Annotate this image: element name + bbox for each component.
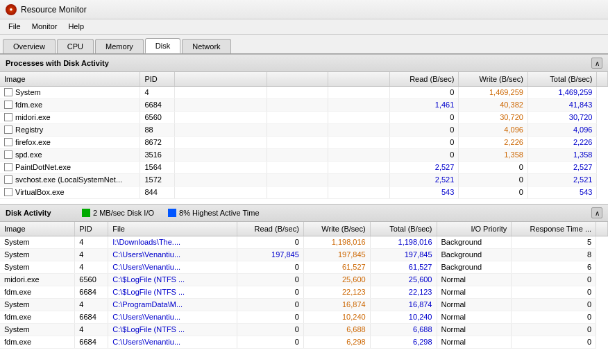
proc-total: 543 — [527, 186, 597, 198]
proc-checkbox[interactable] — [4, 101, 12, 109]
processes-row[interactable]: PaintDotNet.exe 1564 2,527 0 2,527 — [0, 161, 608, 173]
proc-checkbox[interactable] — [4, 88, 12, 96]
da-response: 0 — [512, 273, 596, 286]
tab-overview[interactable]: Overview — [3, 39, 56, 53]
tab-disk[interactable]: Disk — [145, 38, 180, 53]
col-da-file[interactable]: File — [108, 222, 237, 236]
proc-c1 — [175, 148, 267, 161]
proc-read: 0 — [389, 136, 459, 148]
disk-activity-row[interactable]: midori.exe 6560 C:\$LogFile (NTFS ... 0 … — [0, 273, 608, 286]
menu-monitor[interactable]: Monitor — [26, 21, 63, 33]
proc-checkbox[interactable] — [4, 175, 12, 184]
da-response: 0 — [512, 298, 596, 311]
disk-activity-row[interactable]: fdm.exe 6684 C:\$LogFile (NTFS ... 0 22,… — [0, 286, 608, 298]
da-total: 22,123 — [370, 286, 437, 298]
da-response: 0 — [512, 336, 596, 348]
col-da-total[interactable]: Total (B/sec) — [370, 222, 437, 236]
da-image: midori.exe — [0, 273, 75, 286]
col-total[interactable]: Total (B/sec) — [527, 72, 597, 86]
proc-checkbox[interactable] — [4, 113, 12, 121]
da-pid: 6684 — [75, 336, 108, 348]
proc-pid: 8672 — [140, 136, 175, 148]
da-read: 0 — [237, 261, 303, 273]
da-pid: 6684 — [75, 286, 108, 298]
proc-checkbox[interactable] — [4, 163, 12, 171]
proc-c1 — [175, 136, 267, 148]
proc-checkbox[interactable] — [4, 150, 12, 159]
processes-row[interactable]: spd.exe 3516 0 1,358 1,358 — [0, 148, 608, 161]
proc-c1 — [175, 186, 267, 198]
da-priority: Normal — [437, 323, 512, 336]
disk-io-badge: 2 MB/sec Disk I/O — [82, 209, 154, 217]
disk-activity-row[interactable]: System 4 C:\ProgramData\M... 0 16,874 16… — [0, 298, 608, 311]
col-da-priority[interactable]: I/O Priority — [437, 222, 512, 236]
proc-image-name: midori.exe — [15, 113, 51, 121]
col-write[interactable]: Write (B/sec) — [459, 72, 528, 86]
main-content: Processes with Disk Activity ∧ Image PID… — [0, 54, 608, 364]
disk-activity-row[interactable]: fdm.exe 6684 C:\Users\Venantiu... 0 10,2… — [0, 311, 608, 323]
col-da-pid[interactable]: PID — [75, 222, 108, 236]
proc-image-name: VirtualBox.exe — [15, 188, 65, 196]
processes-row[interactable]: svchost.exe (LocalSystemNet... 1572 2,52… — [0, 173, 608, 186]
disk-activity-row[interactable]: System 4 C:\$LogFile (NTFS ... 0 6,688 6… — [0, 323, 608, 336]
da-priority: Normal — [437, 311, 512, 323]
proc-checkbox[interactable] — [4, 138, 12, 146]
col-spacer2 — [267, 72, 328, 86]
disk-activity-header: Disk Activity 2 MB/sec Disk I/O 8% Highe… — [0, 204, 608, 222]
processes-row[interactable]: firefox.exe 8672 0 2,226 2,226 — [0, 136, 608, 148]
col-image[interactable]: Image — [0, 72, 140, 86]
proc-image: fdm.exe — [0, 98, 140, 111]
proc-c1 — [175, 173, 267, 186]
da-response: 6 — [512, 261, 596, 273]
proc-pid: 1572 — [140, 173, 175, 186]
col-da-response[interactable]: Response Time ... — [512, 222, 596, 236]
menu-help[interactable]: Help — [62, 21, 90, 33]
col-da-image[interactable]: Image — [0, 222, 75, 236]
menu-bar: File Monitor Help — [0, 19, 608, 35]
proc-total: 2,521 — [527, 173, 597, 186]
col-da-write[interactable]: Write (B/sec) — [303, 222, 370, 236]
da-file: C:\Users\Venantiu... — [108, 261, 237, 273]
active-time-color — [168, 209, 176, 217]
col-da-read[interactable]: Read (B/sec) — [237, 222, 303, 236]
da-write: 10,240 — [303, 311, 370, 323]
disk-activity-row[interactable]: fdm.exe 6684 C:\Users\Venantiu... 0 6,29… — [0, 336, 608, 348]
tab-network[interactable]: Network — [182, 39, 230, 53]
proc-c3 — [328, 123, 389, 136]
da-file: C:\Users\Venantiu... — [108, 248, 237, 261]
processes-row[interactable]: System 4 0 1,469,259 1,469,259 — [0, 86, 608, 98]
da-priority: Normal — [437, 286, 512, 298]
proc-checkbox[interactable] — [4, 125, 12, 134]
disk-activity-scroll[interactable]: Image PID File Read (B/sec) Write (B/sec… — [0, 222, 608, 361]
da-read: 0 — [237, 286, 303, 298]
app-title: Resource Monitor — [21, 5, 87, 15]
da-image: System — [0, 261, 75, 273]
processes-scroll[interactable]: Image PID Read (B/sec) Write (B/sec) Tot… — [0, 72, 608, 204]
proc-image: PaintDotNet.exe — [0, 161, 140, 173]
proc-checkbox[interactable] — [4, 188, 12, 196]
col-read[interactable]: Read (B/sec) — [389, 72, 459, 86]
disk-activity-row[interactable]: System 4 I:\Downloads\The.... 0 1,198,01… — [0, 236, 608, 248]
proc-c2 — [267, 98, 328, 111]
proc-c1 — [175, 123, 267, 136]
proc-total: 41,843 — [527, 98, 597, 111]
proc-c1 — [175, 98, 267, 111]
proc-c2 — [267, 123, 328, 136]
col-pid[interactable]: PID — [140, 72, 175, 86]
processes-row[interactable]: midori.exe 6560 0 30,720 30,720 — [0, 111, 608, 123]
processes-row[interactable]: VirtualBox.exe 844 543 0 543 — [0, 186, 608, 198]
processes-row[interactable]: fdm.exe 6684 1,461 40,382 41,843 — [0, 98, 608, 111]
menu-file[interactable]: File — [3, 21, 26, 33]
processes-collapse-button[interactable]: ∧ — [591, 58, 602, 69]
disk-activity-row[interactable]: System 4 C:\Users\Venantiu... 197,845 19… — [0, 248, 608, 261]
disk-activity-title: Disk Activity — [6, 209, 68, 217]
tab-memory[interactable]: Memory — [95, 39, 144, 53]
disk-activity-row[interactable]: System 4 C:\Users\Venantiu... 0 61,527 6… — [0, 261, 608, 273]
da-write: 16,874 — [303, 298, 370, 311]
da-image: System — [0, 323, 75, 336]
proc-write: 0 — [459, 173, 528, 186]
tab-cpu[interactable]: CPU — [57, 39, 94, 53]
proc-write: 1,469,259 — [459, 86, 528, 98]
disk-activity-collapse-button[interactable]: ∧ — [591, 207, 602, 218]
processes-row[interactable]: Registry 88 0 4,096 4,096 — [0, 123, 608, 136]
